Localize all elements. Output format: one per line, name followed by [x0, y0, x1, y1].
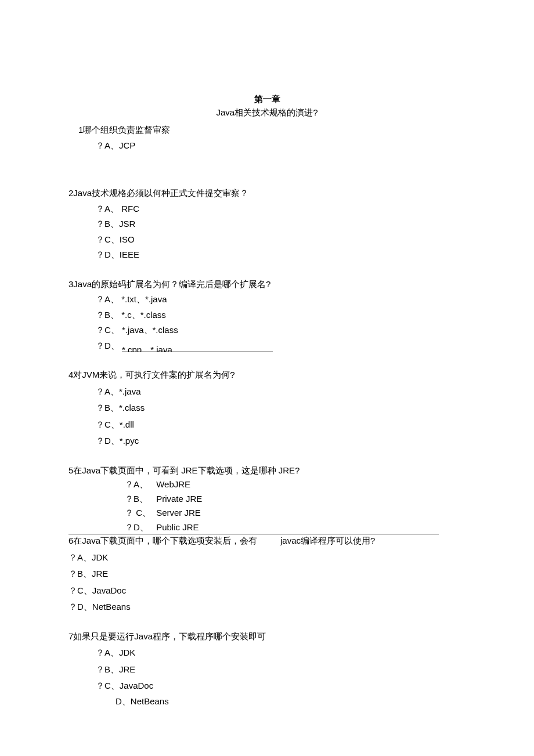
q5-a-label: ？A、 — [125, 478, 154, 491]
question-4: 4对JVM来说，可执行文件案的扩展名为何? ？A、*.java ？B、*.cla… — [0, 368, 534, 448]
q1-option-a: ？A、JCP — [96, 139, 534, 153]
q6-text: 6在Java下载页面中，哪个下载选项安装后，会有javac编译程序可以使用? — [68, 534, 439, 548]
q2-option-d: ？D、IEEE — [96, 248, 534, 262]
q5-d-label: ？D、 — [125, 521, 154, 534]
q7-option-a: ？A、JDK — [96, 646, 534, 660]
q3-d-prefix: ？D、 — [96, 341, 120, 350]
q6-option-c: ？C、JavaDoc — [68, 584, 534, 598]
q4-option-b: ？B、*.class — [96, 401, 534, 415]
q5-b-value: Private JRE — [156, 494, 202, 504]
q5-c-value: Server JRE — [156, 508, 201, 518]
q2-option-a: ？A、 RFC — [96, 202, 534, 216]
q2-text: 2Java技术规格必须以何种正式文件提交审察？ — [68, 187, 534, 200]
q6-text-p1: 6在Java下载页面中，哪个下载选项安装后，会有 — [68, 536, 257, 545]
q2-option-c: ？C、ISO — [96, 233, 534, 247]
q6-option-b: ？B、JRE — [68, 567, 534, 581]
chapter-title: 第一章 — [0, 93, 534, 106]
q7-option-d: D、NetBeans — [116, 695, 534, 708]
question-2: 2Java技术规格必须以何种正式文件提交审察？ ？A、 RFC ？B、JSR ？… — [0, 187, 534, 262]
q6-text-p2: javac编译程序可以使用? — [280, 536, 375, 545]
question-1: 1哪个组织负责监督审察 ？A、JCP — [0, 124, 534, 152]
q5-b-label: ？B、 — [125, 493, 154, 506]
q5-text: 5在Java下载页面中，可看到 JRE下载选项，这是哪种 JRE? — [68, 464, 534, 478]
q3-option-b: ？B、 *.c、*.class — [96, 309, 534, 322]
q6-option-a: ？A、JDK — [68, 551, 534, 565]
question-6-options: ？A、JDK ？B、JRE ？C、JavaDoc ？D、NetBeans — [0, 551, 534, 614]
q4-option-d: ？D、*.pyc — [96, 435, 534, 448]
question-7: 7如果只是要运行Java程序，下载程序哪个安装即可 ？A、JDK ？B、JRE … — [0, 630, 534, 708]
question-3: 3Java的原始码扩展名为何？编译完后是哪个扩展名? ？A、 *.txt、*.j… — [0, 278, 534, 353]
q3-option-a: ？A、 *.txt、*.java — [96, 293, 534, 306]
q4-option-a: ？A、*.java — [96, 385, 534, 399]
q3-text: 3Java的原始码扩展名为何？编译完后是哪个扩展名? — [68, 278, 534, 291]
q5-c-label: ？ C、 — [125, 507, 154, 520]
q5-d-value: Public JRE — [156, 522, 199, 532]
q3-option-d: ？D、 *.cpp、*.java — [96, 339, 534, 353]
q5-option-a: ？A、 WebJRE — [125, 478, 534, 491]
q4-text: 4对JVM来说，可执行文件案的扩展名为何? — [68, 368, 534, 382]
q5-option-d: ？D、 Public JRE — [125, 521, 534, 534]
q1-text: 1哪个组织负责监督审察 — [78, 124, 534, 137]
q3-option-c: ？C、 *.java、*.class — [96, 324, 534, 337]
q5-option-c: ？ C、 Server JRE — [125, 507, 534, 520]
q7-text: 7如果只是要运行Java程序，下载程序哪个安装即可 — [68, 630, 534, 643]
q7-option-b: ？B、JRE — [96, 663, 534, 677]
q7-option-c: ？C、JavaDoc — [96, 679, 534, 693]
q4-option-c: ？C、*.dll — [96, 418, 534, 432]
q2-option-b: ？B、JSR — [96, 218, 534, 231]
subtitle: Java相关技术规格的演进? — [0, 106, 534, 120]
q6-option-d: ？D、NetBeans — [68, 601, 534, 614]
q5-a-value: WebJRE — [156, 479, 190, 489]
question-5: 5在Java下载页面中，可看到 JRE下载选项，这是哪种 JRE? ？A、 We… — [0, 464, 534, 534]
question-6: 6在Java下载页面中，哪个下载选项安装后，会有javac编译程序可以使用? — [68, 534, 439, 548]
q5-option-b: ？B、 Private JRE — [125, 493, 534, 506]
q3-d-value: *.cpp、*.java — [122, 345, 172, 352]
